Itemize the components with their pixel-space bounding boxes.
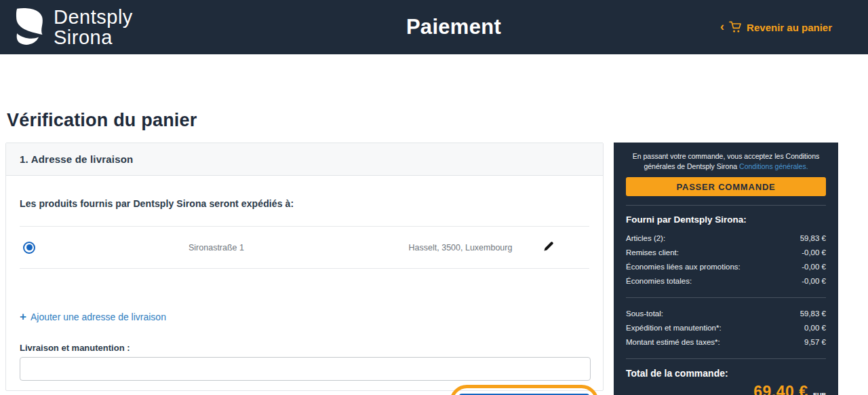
summary-row-label: Sous-total: (626, 307, 663, 321)
shipping-card-header: 1. Adresse de livraison (6, 143, 603, 176)
summary-row: Sous-total: 59,83 € (626, 307, 826, 321)
cart-icon (729, 21, 742, 33)
address-street: Sironastraße 1 (121, 243, 311, 252)
divider (626, 205, 826, 206)
app-header: Dentsply Sirona Paiement ‹ Revenir au pa… (0, 0, 868, 54)
summary-row-value: -0,00 € (802, 246, 826, 260)
order-total-label: Total de la commande: (626, 368, 826, 379)
divider (626, 358, 826, 359)
order-total-currency: EUR (813, 392, 826, 395)
terms-text: En passant votre commande, vous acceptez… (626, 151, 826, 171)
summary-row-label: Articles (2): (626, 231, 665, 246)
add-shipping-address-link[interactable]: + Ajouter une adresse de livraison (20, 312, 166, 322)
place-order-button[interactable]: PASSER COMMANDE (626, 177, 826, 196)
page-title: Paiement (406, 15, 501, 39)
supplier-heading: Fourni par Dentsply Sirona: (626, 214, 826, 225)
summary-row: Remises client: -0,00 € (626, 246, 826, 260)
shipping-card-body: Les produits fournis par Dentsply Sirona… (6, 176, 603, 390)
shipping-intro-text: Les produits fournis par Dentsply Sirona… (20, 198, 294, 209)
summary-row: Expédition et manutention*: 0,00 € (626, 321, 826, 335)
address-city-line: Hasselt, 3500, Luxembourg (366, 243, 555, 252)
add-shipping-address-label: Ajouter une adresse de livraison (31, 312, 166, 322)
order-total-value: 69,40 € (753, 383, 808, 395)
summary-row-label: Expédition et manutention*: (626, 321, 722, 335)
summary-row-label: Remises client: (626, 246, 679, 260)
summary-row-label: Économies totales: (626, 274, 692, 288)
shipping-method-label: Livraison et manutention : (20, 343, 130, 353)
summary-row-value: -0,00 € (802, 260, 826, 274)
brand-line2: Sirona (54, 27, 133, 48)
address-radio[interactable] (23, 242, 35, 254)
summary-row-value: 9,57 € (804, 335, 826, 350)
chevron-left-icon: ‹ (720, 22, 724, 31)
summary-row-value: -0,00 € (802, 274, 826, 288)
divider (20, 268, 589, 269)
divider (626, 297, 826, 298)
shipping-method-input[interactable] (20, 357, 591, 381)
dentsply-sirona-logo-icon (12, 5, 45, 48)
summary-row-value: 59,83 € (800, 307, 826, 321)
edit-address-button[interactable] (538, 240, 559, 255)
brand-line1: Dentsply (54, 7, 133, 27)
summary-row-value: 0,00 € (804, 321, 826, 335)
summary-row: Économies liées aux promotions: -0,00 € (626, 260, 826, 274)
address-row: Sironastraße 1 Hasselt, 3500, Luxembourg (6, 227, 603, 268)
order-summary-panel: En passant votre commande, vous acceptez… (614, 143, 838, 395)
brand-wordmark: Dentsply Sirona (54, 7, 133, 48)
summary-row-value: 59,83 € (800, 231, 826, 246)
summary-row: Économies totales: -0,00 € (626, 274, 826, 288)
shipping-section-title: 1. Adresse de livraison (20, 153, 133, 165)
order-total-line: 69,40 € EUR (626, 383, 826, 395)
back-to-cart-label: Revenir au panier (747, 22, 832, 33)
brand-logo: Dentsply Sirona (12, 5, 133, 48)
cart-verification-heading: Vérification du panier (7, 110, 197, 131)
plus-icon: + (20, 312, 26, 322)
summary-row-label: Économies liées aux promotions: (626, 260, 741, 274)
radio-selected-icon (23, 242, 35, 254)
summary-row: Montant estimé des taxes*: 9,57 € (626, 335, 826, 350)
terms-link[interactable]: Conditions générales. (739, 162, 808, 170)
summary-row: Articles (2): 59,83 € (626, 231, 826, 246)
summary-row-label: Montant estimé des taxes*: (626, 335, 720, 350)
back-to-cart-link[interactable]: ‹ Revenir au panier (720, 21, 832, 33)
shipping-address-card: 1. Adresse de livraison Les produits fou… (5, 143, 604, 391)
pencil-icon (543, 240, 555, 252)
